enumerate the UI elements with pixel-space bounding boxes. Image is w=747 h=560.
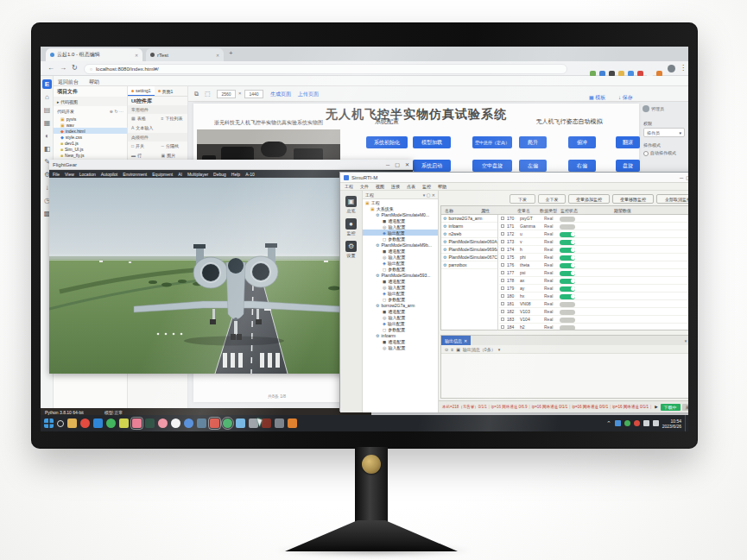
tray-status-icon[interactable]	[615, 420, 621, 426]
tray-status-icon[interactable]	[624, 420, 630, 426]
variable-row[interactable]: 182 V103 Real ↻	[499, 308, 688, 316]
row-checkbox[interactable]	[501, 240, 504, 243]
monitor-toggle[interactable]	[560, 302, 575, 307]
variable-row[interactable]: 180 hx Real ↻	[499, 293, 688, 300]
panel-icon[interactable]: ▣	[456, 347, 460, 352]
tray-status-icon[interactable]	[634, 420, 640, 426]
new-tab-button[interactable]: +	[229, 50, 233, 57]
browser-tab[interactable]: rTest ✕	[146, 48, 224, 61]
tree-item[interactable]: 参数配置	[363, 326, 438, 332]
model-row[interactable]: PlantModelSimulate060Ap.m2	[441, 238, 497, 246]
row-checkbox[interactable]	[501, 248, 504, 251]
taskbar-app-icon[interactable]	[67, 418, 77, 428]
simurti-minimize-button[interactable]: ─	[680, 175, 683, 180]
row-checkbox[interactable]	[501, 279, 504, 282]
file-tree-item[interactable]: style.css	[54, 134, 127, 140]
add-monitor-button[interactable]: 变量添加监控	[568, 194, 610, 204]
row-checkbox[interactable]	[501, 232, 504, 236]
tree-item[interactable]: 输出配置	[363, 260, 438, 266]
tree-item[interactable]: 输出配置	[363, 290, 438, 296]
play-icon[interactable]: ▶	[655, 405, 657, 409]
model-row[interactable]: borrow2G7a_arm	[441, 215, 497, 223]
simurti-menu-item[interactable]: 连接	[391, 184, 400, 189]
list-icon[interactable]: ≡	[451, 347, 453, 352]
fg-menu-item[interactable]: Help	[231, 172, 240, 177]
variable-row[interactable]: 184 h2 Real ↻	[499, 324, 688, 330]
profile-avatar[interactable]	[668, 65, 675, 72]
taskbar-app-icon[interactable]	[132, 418, 142, 428]
taskbar-app-icon[interactable]	[145, 418, 155, 428]
fg-menu-item[interactable]: Debug	[213, 172, 226, 177]
row-checkbox[interactable]	[501, 325, 504, 329]
simurti-titlebar[interactable]: SimuRTI-M ─ ▢ ✕	[340, 173, 688, 183]
role-select[interactable]: 操作员▾	[643, 128, 685, 137]
tree-item[interactable]: 输入配置	[363, 254, 438, 260]
file-tree-item[interactable]: New_fly.js	[54, 152, 127, 158]
fg-menu-item[interactable]: Location	[79, 172, 96, 177]
yaw-right-button[interactable]: 右偏	[568, 160, 596, 172]
tree-item[interactable]: 通道配置	[363, 217, 438, 223]
roll-button[interactable]: 翻滚	[616, 136, 640, 148]
monitor-toggle[interactable]	[560, 310, 575, 315]
tree-item[interactable]: 输入配置	[363, 314, 438, 320]
code-view-section[interactable]: ▸ 代码视图	[54, 97, 127, 106]
tree-item[interactable]: infoarm	[363, 332, 438, 338]
tree-item[interactable]: 输入配置	[363, 344, 438, 350]
tree-item[interactable]: 大系统集	[363, 205, 438, 211]
row-checkbox[interactable]	[501, 294, 504, 298]
remove-monitor-button[interactable]: 变量移除监控	[612, 194, 654, 204]
sys-start-button[interactable]: 系统启动	[413, 160, 451, 172]
tree-item[interactable]: 通道配置	[363, 278, 438, 284]
user-greeting[interactable]: 管理员	[643, 105, 664, 112]
tab-close-icon[interactable]: ✕	[464, 338, 467, 343]
row-checkbox[interactable]	[501, 302, 504, 305]
widget-entry[interactable]: 常用组件	[128, 105, 187, 114]
monitor-toggle[interactable]	[560, 248, 575, 253]
tab-close-icon[interactable]: ✕	[216, 53, 219, 57]
model-row[interactable]: n2web	[441, 230, 497, 238]
frame-outline-icon[interactable]: ⬚	[205, 91, 211, 98]
monitor-toggle[interactable]	[560, 232, 575, 237]
variable-row[interactable]: 171 Gamma Real ↻	[499, 223, 688, 230]
climb-button[interactable]: 爬升	[519, 136, 547, 148]
canvas-height-input[interactable]: 1440	[244, 90, 263, 98]
dock-window-icons[interactable]: ▾ ▢ ✕	[685, 338, 688, 343]
taskbar-app-icon[interactable]	[184, 418, 193, 428]
rail-tool-button[interactable]: ●监控	[344, 218, 359, 236]
tree-item[interactable]: 输出配置	[363, 320, 438, 326]
url-input[interactable]: ○ localhost:8080/index.html#/	[84, 64, 567, 74]
taskbar-app-icon[interactable]	[197, 418, 206, 428]
dock-icons[interactable]: ▾ ▢ ✕	[423, 192, 435, 198]
back-icon[interactable]: ←	[47, 65, 54, 72]
fg-maximize-button[interactable]: ▢	[395, 161, 400, 167]
forward-icon[interactable]: →	[60, 65, 66, 72]
variable-row[interactable]: 176 theta Real ↻	[499, 261, 688, 269]
model-row[interactable]: infoarm	[441, 223, 497, 230]
code-dev-section[interactable]: 代码开发 ⊕ ↻ ⋯	[54, 106, 127, 116]
taskbar-app-icon[interactable]	[171, 418, 180, 428]
rail-tool-icon[interactable]: ◐	[41, 132, 54, 140]
taskbar-app-icon[interactable]	[80, 418, 90, 428]
tree-item[interactable]: 输入配置	[363, 223, 438, 230]
file-tree-item[interactable]: dev1.js	[54, 140, 127, 146]
fg-menu-item[interactable]: Autopilot	[101, 172, 117, 177]
generate-page-link[interactable]: 生成页面	[270, 91, 291, 98]
loiter-button[interactable]: 盘旋	[616, 160, 640, 172]
rail-tool-button[interactable]: ▣总览	[344, 196, 359, 213]
pagination[interactable]: 共8条 1/8	[268, 393, 286, 399]
app-logo[interactable]: E	[42, 79, 52, 89]
taskbar-app-icon[interactable]	[288, 418, 297, 428]
show-desktop-button[interactable]	[685, 415, 687, 431]
tree-item[interactable]: PlantModelSimulate593...	[363, 272, 438, 278]
monitor-toggle[interactable]	[560, 255, 575, 261]
tree-item[interactable]: 参数配置	[363, 296, 438, 302]
file-tree-item[interactable]: wav	[54, 122, 127, 128]
tree-item[interactable]: 通道配置	[363, 248, 438, 254]
rail-tool-button[interactable]: ⚙设置	[344, 241, 359, 258]
browser-tab-active[interactable]: 云起1.0 - 组态编辑 ✕	[46, 48, 142, 61]
cancel-all-monitor-button[interactable]: 全部取消监控	[656, 194, 688, 204]
fg-close-button[interactable]: ✕	[405, 161, 409, 167]
variable-row[interactable]: 175 phi Real ↻	[499, 254, 688, 261]
monitor-toggle[interactable]	[560, 240, 575, 245]
widget-entry[interactable]: ─分隔线	[158, 142, 188, 151]
